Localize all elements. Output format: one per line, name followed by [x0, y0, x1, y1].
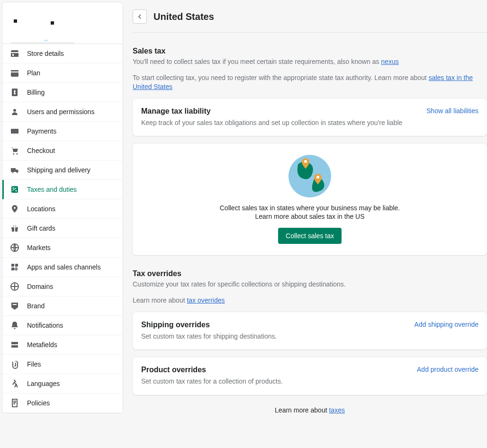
page-header: United States [133, 0, 487, 33]
store-icon [10, 49, 19, 58]
sidebar-item-checkout[interactable]: Checkout [2, 141, 123, 161]
sidebar-item-notifications[interactable]: Notifications [2, 316, 123, 335]
sidebar-item-payments[interactable]: Payments [2, 122, 123, 141]
overrides-helper: Learn more about tax overrides [133, 296, 487, 305]
footer-learn-more: Learn more about taxes [133, 406, 487, 414]
sidebar-item-plan[interactable]: Plan [2, 63, 123, 83]
locations-icon [10, 204, 19, 214]
back-button[interactable] [133, 9, 147, 24]
tax-overrides-section: Tax overrides Customize your tax rates f… [133, 269, 487, 413]
sidebar-item-label: Billing [27, 89, 45, 96]
sidebar-item-apps[interactable]: Apps and sales channels [2, 258, 123, 277]
shipping-overrides-desc: Set custom tax rates for shipping destin… [141, 332, 478, 341]
svg-point-7 [16, 190, 17, 192]
svg-point-1 [13, 153, 15, 155]
product-overrides-card: Product overrides Add product override S… [133, 357, 487, 395]
sidebar-item-policies[interactable]: Policies [2, 394, 123, 413]
sidebar-item-label: Users and permissions [27, 108, 94, 116]
sidebar-item-brand[interactable]: Brand [2, 296, 123, 316]
sidebar-item-label: Locations [27, 205, 55, 213]
sales-tax-heading: Sales tax [133, 47, 487, 55]
shipping-overrides-card: Shipping overrides Add shipping override… [133, 312, 487, 350]
sidebar-item-taxes[interactable]: Taxes and duties [2, 180, 123, 199]
svg-point-2 [17, 153, 18, 155]
sidebar-item-label: Taxes and duties [27, 186, 77, 193]
apps-icon [10, 262, 19, 272]
files-icon [10, 359, 19, 369]
add-product-override-link[interactable]: Add product override [417, 366, 478, 373]
shipping-icon [10, 165, 19, 175]
svg-rect-11 [11, 268, 14, 270]
tax-overrides-link[interactable]: tax overrides [187, 296, 225, 304]
svg-point-3 [12, 172, 14, 173]
domains-icon [10, 282, 19, 291]
sidebar-scroll-header [2, 2, 123, 44]
product-overrides-desc: Set custom tax rates for a collection of… [141, 377, 478, 386]
sidebar-item-markets[interactable]: Markets [2, 238, 123, 258]
sidebar-item-label: Notifications [27, 322, 63, 329]
svg-point-0 [13, 109, 16, 112]
sidebar-item-locations[interactable]: Locations [2, 199, 123, 219]
svg-point-6 [13, 188, 14, 189]
liability-title: Manage tax liability [141, 107, 211, 116]
billing-icon [10, 88, 19, 97]
sidebar-item-users[interactable]: Users and permissions [2, 102, 123, 122]
sidebar-item-label: Gift cards [27, 224, 55, 232]
sidebar-item-label: Policies [27, 399, 50, 407]
metafields-icon [10, 340, 19, 349]
product-overrides-title: Product overrides [141, 366, 206, 374]
sidebar-item-label: Markets [27, 244, 51, 251]
sidebar-item-label: Files [27, 360, 41, 368]
settings-sidebar: Store details Plan Billing Users and per… [2, 2, 123, 413]
sidebar-item-shipping[interactable]: Shipping and delivery [2, 161, 123, 180]
sales-tax-desc: You'll need to collect sales tax if you … [133, 57, 487, 67]
svg-point-17 [316, 176, 319, 179]
checkout-icon [10, 146, 19, 155]
sidebar-item-domains[interactable]: Domains [2, 277, 123, 296]
sidebar-item-label: Store details [27, 50, 64, 57]
main-content: United States Sales tax You'll need to c… [123, 0, 487, 448]
shipping-overrides-title: Shipping overrides [141, 321, 210, 329]
sidebar-item-files[interactable]: Files [2, 355, 123, 374]
add-shipping-override-link[interactable]: Add shipping override [415, 321, 478, 328]
globe-illustration [141, 155, 478, 197]
hero-line2: Learn more about sales tax in the US [141, 213, 478, 220]
manage-tax-liability-card: Manage tax liability Show all liabilitie… [133, 99, 487, 136]
sidebar-item-billing[interactable]: Billing [2, 83, 123, 102]
show-all-liabilities-link[interactable]: Show all liabilities [426, 107, 478, 115]
svg-rect-10 [15, 264, 18, 267]
sidebar-item-label: Metafields [27, 341, 57, 349]
collect-sales-tax-card: Collect sales tax in states where your b… [133, 143, 487, 255]
nexus-link[interactable]: nexus [381, 58, 398, 65]
sidebar-item-gift-cards[interactable]: Gift cards [2, 219, 123, 238]
users-icon [10, 107, 19, 116]
sidebar-item-metafields[interactable]: Metafields [2, 335, 123, 355]
sidebar-item-label: Plan [27, 69, 40, 77]
hero-line1: Collect sales tax in states where your b… [141, 204, 478, 212]
svg-rect-9 [11, 264, 14, 267]
sales-tax-helper: To start collecting tax, you need to reg… [133, 73, 487, 92]
page-title: United States [153, 11, 214, 22]
policies-icon [10, 398, 19, 408]
sales-tax-us-link-2[interactable]: sales tax in the US [309, 213, 365, 220]
settings-nav: Store details Plan Billing Users and per… [2, 44, 123, 413]
arrow-left-icon [136, 13, 144, 20]
languages-icon [10, 379, 19, 388]
brand-icon [10, 301, 19, 311]
sidebar-item-languages[interactable]: Languages [2, 374, 123, 394]
taxes-link[interactable]: taxes [329, 406, 344, 414]
collect-sales-tax-button[interactable]: Collect sales tax [278, 228, 342, 244]
svg-point-4 [17, 172, 18, 173]
sidebar-item-label: Brand [27, 302, 45, 310]
sidebar-item-label: Languages [27, 380, 60, 387]
sidebar-item-label: Domains [27, 283, 53, 290]
sidebar-item-label: Payments [27, 127, 56, 135]
overrides-desc: Customize your tax rates for specific co… [133, 280, 487, 289]
markets-icon [10, 243, 19, 252]
sales-tax-section: Sales tax You'll need to collect sales t… [133, 47, 487, 255]
svg-rect-13 [11, 342, 18, 344]
bell-icon [10, 321, 19, 330]
sidebar-item-store-details[interactable]: Store details [2, 44, 123, 63]
plan-icon [10, 68, 19, 78]
payments-icon [10, 126, 19, 136]
